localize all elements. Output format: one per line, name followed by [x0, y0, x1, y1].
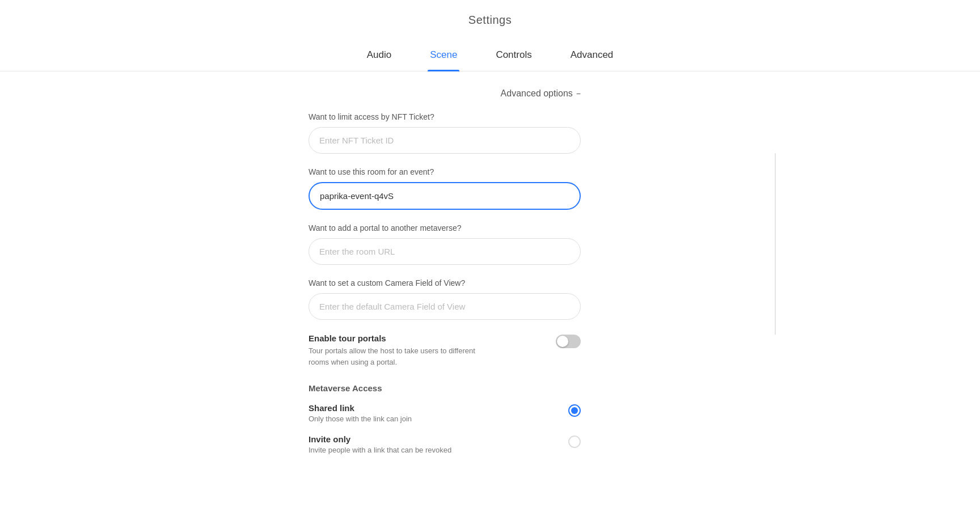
invite-only-option: Invite only Invite people with a link th…: [309, 434, 581, 454]
advanced-options-chevron: −: [576, 89, 581, 98]
tab-controls[interactable]: Controls: [493, 44, 534, 71]
camera-fov-section: Want to set a custom Camera Field of Vie…: [309, 278, 581, 320]
event-room-section: Want to use this room for an event?: [309, 167, 581, 210]
invite-only-text: Invite only Invite people with a link th…: [309, 434, 451, 454]
portal-url-section: Want to add a portal to another metavers…: [309, 223, 581, 265]
tour-portals-description: Tour portals allow the host to take user…: [309, 345, 490, 367]
invite-only-radio[interactable]: [568, 436, 581, 448]
shared-link-radio[interactable]: [568, 404, 581, 417]
nft-ticket-section: Want to limit access by NFT Ticket?: [309, 112, 581, 154]
shared-link-description: Only those with the link can join: [309, 415, 412, 423]
invite-only-description: Invite people with a link that can be re…: [309, 446, 451, 454]
invite-only-label: Invite only: [309, 434, 451, 444]
event-room-label: Want to use this room for an event?: [309, 167, 581, 176]
advanced-options-toggle[interactable]: Advanced options −: [309, 88, 581, 99]
shared-link-label: Shared link: [309, 403, 412, 413]
page-title: Settings: [0, 0, 980, 38]
tour-portals-toggle[interactable]: [556, 335, 581, 348]
advanced-options-label: Advanced options: [501, 88, 573, 99]
tab-advanced[interactable]: Advanced: [568, 44, 616, 71]
nft-ticket-label: Want to limit access by NFT Ticket?: [309, 112, 581, 121]
shared-link-option: Shared link Only those with the link can…: [309, 403, 581, 423]
tour-portals-row: Enable tour portals Tour portals allow t…: [309, 333, 581, 367]
tab-audio[interactable]: Audio: [365, 44, 394, 71]
settings-panel: Advanced options − Want to limit access …: [309, 88, 581, 466]
event-room-input[interactable]: [309, 182, 581, 210]
tour-portals-section: Enable tour portals Tour portals allow t…: [309, 333, 581, 367]
portal-url-label: Want to add a portal to another metavers…: [309, 223, 581, 232]
portal-url-input[interactable]: [309, 238, 581, 265]
tab-scene[interactable]: Scene: [428, 44, 459, 71]
tabs-nav: Audio Scene Controls Advanced: [0, 38, 980, 71]
vertical-divider: [775, 153, 776, 335]
camera-fov-label: Want to set a custom Camera Field of Vie…: [309, 278, 581, 288]
metaverse-access-label: Metaverse Access: [309, 383, 581, 393]
metaverse-access-section: Metaverse Access Shared link Only those …: [309, 383, 581, 454]
nft-ticket-input[interactable]: [309, 127, 581, 154]
content-area: Advanced options − Want to limit access …: [0, 88, 980, 488]
tour-portals-text: Enable tour portals Tour portals allow t…: [309, 333, 490, 367]
tour-portals-label: Enable tour portals: [309, 333, 490, 343]
shared-link-text: Shared link Only those with the link can…: [309, 403, 412, 423]
camera-fov-input[interactable]: [309, 293, 581, 320]
